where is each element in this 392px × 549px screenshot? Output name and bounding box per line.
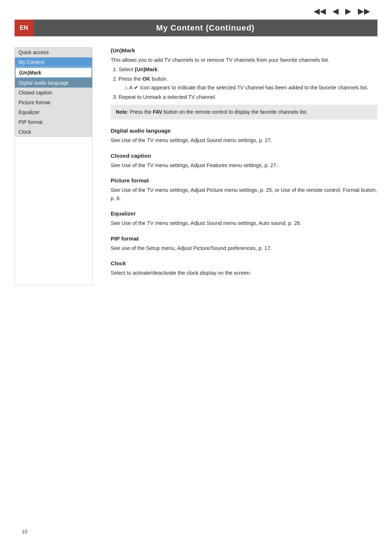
section-equalizer-title: Equalizer [111,210,377,217]
sidebar-item-quick-access[interactable]: Quick access [15,48,92,57]
sidebar-item-pip-format[interactable]: PIP format [15,117,92,127]
page-number: 10 [22,529,28,534]
section-closed-caption-body: See Use of the TV menu settings, Adjust … [111,161,377,169]
sidebar-item-equalizer[interactable]: Equalizer [15,108,92,117]
section-digital-audio: Digital audio language See Use of the TV… [111,128,377,144]
section-unmark-body: This allows you to add TV channels to or… [111,56,377,64]
section-closed-caption-title: Closed caption [111,153,377,159]
sidebar-item-closed-caption[interactable]: Closed caption [15,88,92,98]
section-unmark-title: (Un)Mark [111,47,377,54]
section-pip-format-title: PIP format [111,235,377,242]
step-1: Select (Un)Mark. [119,65,377,73]
header-bar: EN My Content (Continued) [15,20,377,36]
top-navigation: ◀◀ ◀ ▶ ▶▶ [0,0,392,20]
step-3: Repeat to Unmark a selected TV channel. [119,93,377,101]
skip-back-icon[interactable]: ◀◀ [314,7,326,16]
section-unmark-steps: Select (Un)Mark. Press the OK button. A … [119,65,377,101]
section-clock-body: Select to activate/deactivate the clock … [111,269,377,277]
section-digital-audio-title: Digital audio language [111,128,377,134]
sidebar-item-clock[interactable]: Clock [15,127,92,137]
page-title: My Content (Continued) [33,23,377,33]
section-digital-audio-body: See Use of the TV menu settings, Adjust … [111,136,377,144]
note-box: Note: Press the FAV button on the remote… [111,105,377,120]
section-pip-format-body: See use of the Setup menu, Adjust Pictur… [111,244,377,252]
section-picture-format: Picture format See Use of the TV menu se… [111,177,377,202]
main-content: Quick access My Content (Un)Mark Digital… [15,47,377,285]
step-2: Press the OK button. A ✔ icon appears to… [119,75,377,92]
section-clock-title: Clock [111,260,377,267]
section-clock: Clock Select to activate/deactivate the … [111,260,377,277]
section-closed-caption: Closed caption See Use of the TV menu se… [111,153,377,169]
sidebar-menu: Quick access My Content (Un)Mark Digital… [15,47,93,285]
right-content: (Un)Mark This allows you to add TV chann… [103,47,377,285]
sidebar-item-picture-format[interactable]: Picture format [15,98,92,108]
section-pip-format: PIP format See use of the Setup menu, Ad… [111,235,377,252]
section-equalizer-body: See Use of the TV menu settings, Adjust … [111,219,377,227]
section-picture-format-body: See Use of the TV menu settings, Adjust … [111,186,377,202]
language-label: EN [15,20,33,36]
sidebar-item-my-content[interactable]: My Content [15,57,92,67]
step-2-sub: A ✔ icon appears to indicate that the se… [125,84,377,92]
section-unmark: (Un)Mark This allows you to add TV chann… [111,47,377,120]
fast-forward-icon[interactable]: ▶ [345,7,351,16]
section-picture-format-title: Picture format [111,177,377,184]
rewind-icon[interactable]: ◀ [332,7,339,16]
skip-forward-icon[interactable]: ▶▶ [358,7,370,16]
section-equalizer: Equalizer See Use of the TV menu setting… [111,210,377,227]
sidebar-item-unmark[interactable]: (Un)Mark [15,67,92,78]
sidebar-item-digital-audio[interactable]: Digital audio language [15,78,92,88]
